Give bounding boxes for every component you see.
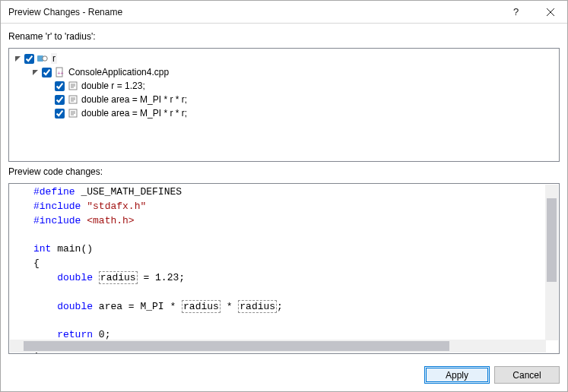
code-content: #define _USE_MATH_DEFINES #include "stda… [9,184,559,354]
tree-line-label: double r = 1.23; [81,81,145,91]
changes-tree[interactable]: r ++ ConsoleApplication4.cpp double r = … [8,48,560,162]
renamed-token: radius [99,271,138,284]
window-title: Preview Changes - Rename [8,7,499,17]
code-line-icon [67,80,79,92]
vertical-scrollbar[interactable] [545,185,558,340]
tree-file-label: ConsoleApplication4.cpp [68,67,169,77]
renamed-token: radius [182,300,221,313]
cancel-button[interactable]: Cancel [494,366,560,384]
tree-line-label: double area = M_PI * r * r; [81,94,187,105]
preview-label: Preview code changes: [8,166,560,177]
code-line-icon [67,107,79,119]
tree-line-row[interactable]: double area = M_PI * r * r; [14,93,554,106]
close-icon [547,8,554,16]
cpp-file-icon: ++ [54,66,66,78]
tree-line-checkbox[interactable] [55,95,65,105]
horizontal-scrollbar[interactable] [10,340,546,352]
dialog-footer: Apply Cancel [1,360,567,391]
svg-text:++: ++ [58,71,64,76]
tree-file-row[interactable]: ++ ConsoleApplication4.cpp [14,65,554,79]
expander-icon[interactable] [31,68,40,77]
apply-button[interactable]: Apply [424,366,490,384]
titlebar: Preview Changes - Rename ? [1,1,567,24]
variable-icon [36,52,49,65]
tree-line-label: double area = M_PI * r * r; [81,108,187,119]
expander-icon[interactable] [14,55,22,63]
tree-root-label: r [51,53,57,64]
tree-line-row[interactable]: double r = 1.23; [14,79,554,93]
close-button[interactable] [533,1,567,23]
scrollbar-thumb[interactable] [24,341,449,351]
code-line-icon [67,93,79,106]
tree-root-row[interactable]: r [14,52,554,65]
tree-line-row[interactable]: double area = M_PI * r * r; [14,106,554,120]
instruction-label: Rename 'r' to 'radius': [8,31,560,42]
tree-line-checkbox[interactable] [55,109,65,119]
tree-root-checkbox[interactable] [24,54,34,64]
help-button[interactable]: ? [499,1,533,23]
tree-line-checkbox[interactable] [55,81,65,91]
tree-file-checkbox[interactable] [42,68,52,77]
scrollbar-thumb[interactable] [547,198,557,282]
dialog-content: Rename 'r' to 'radius': r ++ ConsoleAppl… [1,24,567,360]
code-preview[interactable]: #define _USE_MATH_DEFINES #include "stda… [8,183,560,354]
svg-point-3 [43,56,47,61]
renamed-token: radius [238,300,277,313]
